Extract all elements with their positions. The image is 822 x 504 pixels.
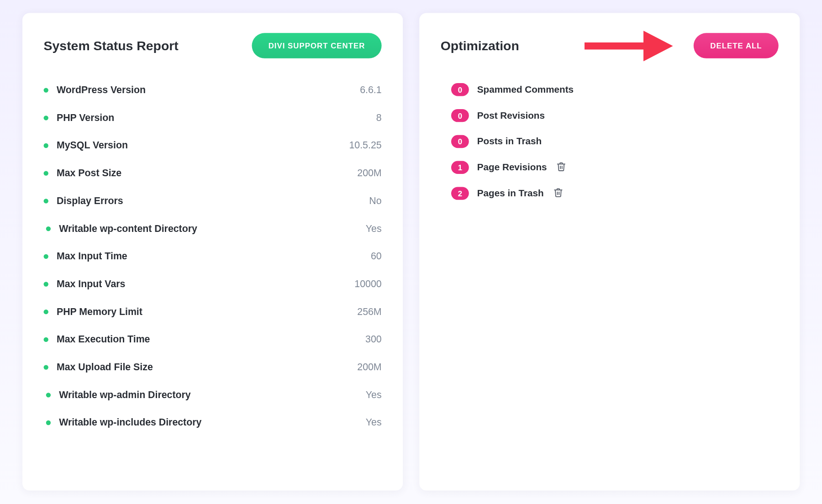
optimization-row: 1Page Revisions xyxy=(451,158,779,178)
status-row-left: Display Errors xyxy=(44,195,123,206)
status-label: PHP Version xyxy=(57,112,114,123)
status-value: 8 xyxy=(376,112,382,123)
status-row-left: Writable wp-includes Directory xyxy=(44,417,202,428)
count-badge: 1 xyxy=(451,161,469,174)
status-row: PHP Memory Limit256M xyxy=(44,298,382,326)
status-value: 60 xyxy=(371,251,382,262)
optimization-label: Spammed Comments xyxy=(477,84,574,95)
optimization-label: Posts in Trash xyxy=(477,136,542,147)
status-row-left: Max Input Vars xyxy=(44,278,126,290)
status-row: Max Upload File Size200M xyxy=(44,353,382,381)
system-status-header: System Status Report DIVI SUPPORT CENTER xyxy=(44,33,382,58)
status-label: Max Post Size xyxy=(57,168,121,179)
status-value: Yes xyxy=(366,417,382,428)
status-row-left: MySQL Version xyxy=(44,140,128,151)
optimization-header: Optimization DELETE ALL xyxy=(441,33,779,58)
status-row: Max Execution Time300 xyxy=(44,326,382,353)
status-value: 256M xyxy=(357,306,381,317)
system-status-list: WordPress Version6.6.1PHP Version8MySQL … xyxy=(44,76,382,436)
status-ok-dot-icon xyxy=(44,282,48,286)
status-ok-dot-icon xyxy=(46,420,51,425)
optimization-row: 0Spammed Comments xyxy=(451,79,779,100)
status-value: Yes xyxy=(366,389,382,400)
status-label: Writable wp-content Directory xyxy=(59,223,197,234)
status-ok-dot-icon xyxy=(44,254,48,258)
status-value: Yes xyxy=(366,223,382,234)
delete-all-button[interactable]: DELETE ALL xyxy=(694,33,779,58)
status-value: 6.6.1 xyxy=(360,84,381,96)
trash-icon xyxy=(556,162,566,173)
delete-item-button[interactable] xyxy=(553,188,563,200)
status-ok-dot-icon xyxy=(44,337,48,341)
status-ok-dot-icon xyxy=(44,115,48,120)
optimization-label: Page Revisions xyxy=(477,162,547,173)
status-row: WordPress Version6.6.1 xyxy=(44,76,382,104)
status-row-left: Max Execution Time xyxy=(44,334,150,345)
status-value: 200M xyxy=(357,362,381,373)
delete-item-button[interactable] xyxy=(556,162,566,173)
status-label: Max Upload File Size xyxy=(57,362,153,373)
status-row: MySQL Version10.5.25 xyxy=(44,131,382,159)
status-ok-dot-icon xyxy=(46,226,51,231)
count-badge: 0 xyxy=(451,109,469,122)
optimization-row: 0Posts in Trash xyxy=(451,131,779,152)
status-ok-dot-icon xyxy=(44,365,48,369)
status-ok-dot-icon xyxy=(44,171,48,175)
status-row-left: WordPress Version xyxy=(44,84,146,96)
status-label: WordPress Version xyxy=(57,84,146,96)
status-label: Writable wp-admin Directory xyxy=(59,389,191,400)
status-row-left: Writable wp-content Directory xyxy=(44,223,197,234)
status-value: 300 xyxy=(365,334,382,345)
count-badge: 2 xyxy=(451,187,469,200)
status-row: Max Input Vars10000 xyxy=(44,270,382,298)
divi-support-center-button[interactable]: DIVI SUPPORT CENTER xyxy=(252,33,381,58)
status-value: 10.5.25 xyxy=(349,140,381,151)
optimization-label: Post Revisions xyxy=(477,110,545,121)
status-row-left: Writable wp-admin Directory xyxy=(44,389,191,400)
status-ok-dot-icon xyxy=(44,143,48,147)
optimization-title: Optimization xyxy=(441,38,519,53)
status-ok-dot-icon xyxy=(44,309,48,314)
status-row-left: Max Post Size xyxy=(44,168,122,179)
status-row: Writable wp-admin DirectoryYes xyxy=(44,381,382,409)
status-ok-dot-icon xyxy=(46,392,51,397)
status-value: No xyxy=(369,195,381,206)
status-row-left: PHP Version xyxy=(44,112,115,123)
status-ok-dot-icon xyxy=(44,199,48,203)
system-status-card: System Status Report DIVI SUPPORT CENTER… xyxy=(22,13,403,490)
status-label: Writable wp-includes Directory xyxy=(59,417,201,428)
status-row: PHP Version8 xyxy=(44,104,382,131)
optimization-label: Pages in Trash xyxy=(477,188,544,199)
status-row: Writable wp-content DirectoryYes xyxy=(44,215,382,242)
status-row: Max Input Time60 xyxy=(44,242,382,270)
trash-icon xyxy=(553,188,563,200)
status-label: MySQL Version xyxy=(57,140,128,151)
optimization-row: 2Pages in Trash xyxy=(451,184,779,204)
status-label: Display Errors xyxy=(57,195,123,206)
status-label: Max Execution Time xyxy=(57,334,150,345)
status-row-left: Max Upload File Size xyxy=(44,362,153,373)
status-label: PHP Memory Limit xyxy=(57,306,142,317)
status-value: 200M xyxy=(357,168,381,179)
status-row-left: Max Input Time xyxy=(44,251,127,262)
system-status-title: System Status Report xyxy=(44,38,179,53)
status-row: Max Post Size200M xyxy=(44,159,382,187)
status-row-left: PHP Memory Limit xyxy=(44,306,142,317)
count-badge: 0 xyxy=(451,135,469,148)
status-label: Max Input Time xyxy=(57,251,127,262)
status-row: Writable wp-includes DirectoryYes xyxy=(44,409,382,436)
status-value: 10000 xyxy=(354,278,381,290)
optimization-row: 0Post Revisions xyxy=(451,105,779,126)
status-ok-dot-icon xyxy=(44,88,48,92)
optimization-card: Optimization DELETE ALL 0Spammed Comment… xyxy=(419,13,800,490)
optimization-list: 0Spammed Comments0Post Revisions0Posts i… xyxy=(441,76,779,204)
status-row: Display ErrorsNo xyxy=(44,187,382,215)
status-label: Max Input Vars xyxy=(57,278,125,290)
count-badge: 0 xyxy=(451,83,469,96)
